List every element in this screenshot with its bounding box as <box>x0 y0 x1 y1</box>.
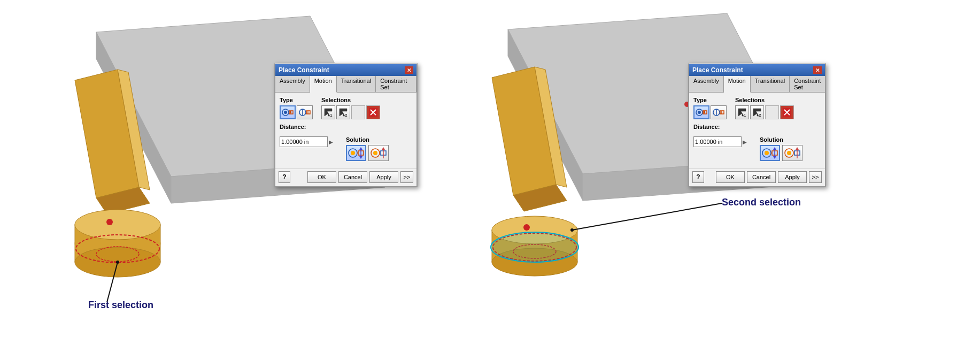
selections-section-left: Selections 1 2 <box>321 97 380 119</box>
sel-btn-1-right[interactable]: 1 <box>735 105 749 119</box>
tab-assembly-right[interactable]: Assembly <box>689 76 724 92</box>
svg-line-30 <box>572 203 722 230</box>
distance-arrow-right[interactable]: ▶ <box>743 139 747 145</box>
sel-btn-2-right[interactable]: 2 <box>750 105 764 119</box>
solution-label-left: Solution <box>346 136 389 143</box>
type-btn-1-right[interactable] <box>693 105 709 119</box>
dialog-tabs-right: Assembly Motion Transitional Constraint … <box>689 76 825 93</box>
dialog-footer-right: ? OK Cancel Apply >> <box>689 169 825 186</box>
type-btn-2-right[interactable] <box>711 105 727 119</box>
distance-input-right[interactable] <box>693 136 742 147</box>
sel-red-right <box>780 105 794 119</box>
distance-input-group-left: ▶ <box>280 136 333 147</box>
dialog-titlebar-left: Place Constraint ✕ <box>275 64 416 76</box>
solution-section-right: Solution <box>760 136 802 161</box>
svg-marker-81 <box>796 147 799 150</box>
dialog-footer-left: ? OK Cancel Apply >> <box>275 169 416 186</box>
type-section-right: Type <box>693 97 727 119</box>
distance-label-right: Distance: <box>693 124 720 130</box>
place-constraint-dialog-right: Place Constraint ✕ Assembly Motion Trans… <box>688 63 826 187</box>
second-selection-label: Second selection <box>722 197 801 208</box>
svg-point-25 <box>523 224 530 231</box>
cancel-btn-right[interactable]: Cancel <box>747 171 776 183</box>
dialog-close-right[interactable]: ✕ <box>813 66 822 74</box>
sol-btn-1-left[interactable] <box>346 145 366 161</box>
svg-point-58 <box>698 111 701 114</box>
distance-input-group-right: ▶ <box>693 136 747 147</box>
type-icons-right <box>693 105 727 119</box>
sol-btn-1-right[interactable] <box>760 145 780 161</box>
distance-row-left: Distance: <box>280 124 412 132</box>
svg-point-46 <box>351 151 355 155</box>
svg-marker-50 <box>359 147 362 150</box>
svg-point-28 <box>491 232 578 262</box>
distance-input-left[interactable] <box>280 136 328 147</box>
svg-marker-56 <box>382 147 385 150</box>
svg-text:1: 1 <box>744 113 746 118</box>
ok-btn-left[interactable]: OK <box>307 171 336 183</box>
svg-text:2: 2 <box>759 113 761 118</box>
distance-row-right: Distance: <box>693 124 821 132</box>
svg-text:2: 2 <box>345 113 348 118</box>
help-btn-left[interactable]: ? <box>279 171 290 183</box>
tab-motion-right[interactable]: Motion <box>724 76 751 93</box>
selection-icons-right: 1 2 <box>735 105 794 119</box>
sol-btn-2-right[interactable] <box>782 145 802 161</box>
tab-constraintset-left[interactable]: Constraint Set <box>376 76 416 92</box>
solution-label-right: Solution <box>760 136 802 143</box>
tab-transitional-right[interactable]: Transitional <box>751 76 790 92</box>
svg-point-79 <box>787 151 791 155</box>
type-btn-1-left[interactable] <box>280 105 296 119</box>
sol-btn-2-left[interactable] <box>368 145 389 161</box>
tab-transitional-left[interactable]: Transitional <box>337 76 376 92</box>
cancel-btn-left[interactable]: Cancel <box>338 171 367 183</box>
apply-btn-right[interactable]: Apply <box>778 171 807 183</box>
selections-section-right: Selections 1 2 <box>735 97 794 119</box>
dialog-title-right: Place Constraint <box>692 66 743 74</box>
sel-btn-1-left[interactable]: 1 <box>321 105 335 119</box>
ok-btn-right[interactable]: OK <box>716 171 745 183</box>
selection-icons-left: 1 2 <box>321 105 380 119</box>
solution-section-left: Solution <box>346 136 389 161</box>
dialog-close-left[interactable]: ✕ <box>405 66 413 74</box>
more-btn-right[interactable]: >> <box>809 171 822 183</box>
sel-red-left <box>366 105 380 119</box>
type-label-left: Type <box>280 97 313 103</box>
apply-btn-left[interactable]: Apply <box>369 171 398 183</box>
tab-assembly-left[interactable]: Assembly <box>275 76 310 92</box>
more-btn-left[interactable]: >> <box>400 171 413 183</box>
svg-marker-75 <box>773 147 776 150</box>
selections-label-left: Selections <box>321 97 380 103</box>
type-section-left: Type <box>280 97 313 119</box>
tab-constraintset-right[interactable]: Constraint Set <box>790 76 825 92</box>
dialog-tabs-left: Assembly Motion Transitional Constraint … <box>275 76 416 93</box>
distance-label-left: Distance: <box>280 124 306 130</box>
svg-point-31 <box>570 228 574 232</box>
svg-point-54 <box>373 151 377 155</box>
svg-marker-76 <box>773 156 776 159</box>
type-label-right: Type <box>693 97 727 103</box>
help-btn-right[interactable]: ? <box>692 171 704 183</box>
dialog-titlebar-right: Place Constraint ✕ <box>689 64 825 76</box>
sel-empty-left <box>351 105 365 119</box>
svg-rect-35 <box>290 111 291 113</box>
type-icons-left <box>280 105 313 119</box>
svg-point-71 <box>765 151 769 155</box>
tab-motion-left[interactable]: Motion <box>310 76 337 93</box>
first-selection-label: First selection <box>88 300 153 311</box>
place-constraint-dialog-left: Place Constraint ✕ Assembly Motion Trans… <box>274 63 418 187</box>
sel-empty-right <box>765 105 779 119</box>
svg-point-14 <box>116 261 119 264</box>
solution-btns-right <box>760 145 802 161</box>
svg-text:1: 1 <box>330 113 333 118</box>
distance-arrow-left[interactable]: ▶ <box>329 139 333 145</box>
sel-btn-2-left[interactable]: 2 <box>336 105 350 119</box>
svg-rect-60 <box>704 111 705 113</box>
type-btn-2-left[interactable] <box>297 105 313 119</box>
selections-label-right: Selections <box>735 97 794 103</box>
svg-point-10 <box>106 219 113 225</box>
svg-marker-51 <box>359 156 362 159</box>
dialog-title-left: Place Constraint <box>279 66 329 74</box>
solution-btns-left <box>346 145 389 161</box>
svg-point-33 <box>284 111 287 114</box>
